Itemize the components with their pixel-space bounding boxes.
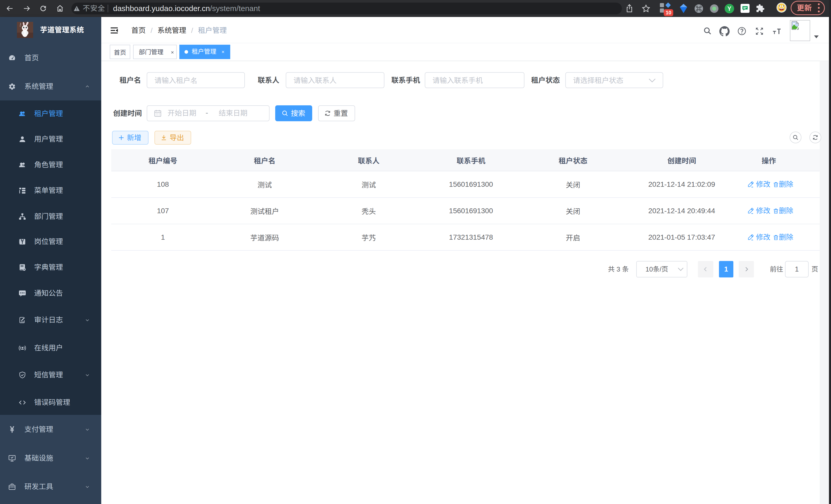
svg-text:Y: Y (727, 5, 731, 12)
